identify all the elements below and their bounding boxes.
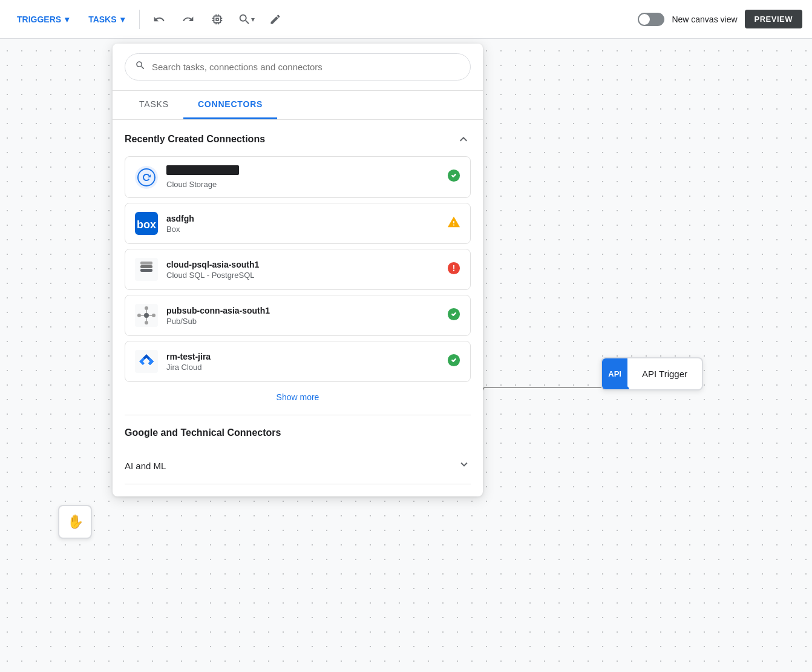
cloud-storage-icon (135, 166, 158, 189)
search-input[interactable] (152, 62, 460, 72)
hand-icon: ✋ (67, 514, 83, 530)
tabs-bar: TASKS CONNECTORS (113, 91, 483, 120)
google-technical-section: Google and Technical Connectors AI and M… (125, 427, 471, 484)
cloud-sql-icon (135, 258, 158, 281)
connection-item-jira[interactable]: rm-test-jira Jira Cloud (125, 341, 471, 382)
redo-button[interactable] (176, 7, 200, 31)
box-icon: box (135, 212, 158, 235)
network-button[interactable] (205, 7, 229, 31)
show-more[interactable]: Show more (125, 392, 471, 403)
search-input-wrapper[interactable] (125, 53, 471, 81)
jira-status (447, 354, 460, 370)
hand-tool-button[interactable]: ✋ (58, 505, 92, 539)
google-technical-title: Google and Technical Connectors (125, 427, 471, 438)
cloud-sql-type: Cloud SQL - PostgreSQL (166, 271, 439, 280)
tab-tasks[interactable]: TASKS (125, 91, 183, 119)
svg-point-14 (145, 321, 148, 324)
new-canvas-label: New canvas view (672, 15, 737, 24)
box-connection-name: asdfgh (166, 214, 439, 223)
connectors-panel: TASKS CONNECTORS Recently Created Connec… (113, 44, 483, 496)
jira-icon (135, 350, 158, 373)
pubsub-icon (135, 304, 158, 327)
api-trigger-node[interactable]: API API Trigger (601, 357, 703, 390)
cloud-storage-info: Cloud Storage (166, 165, 439, 189)
show-more-link[interactable]: Show more (277, 392, 319, 402)
pubsub-status (447, 308, 460, 324)
ai-ml-label: AI and ML (125, 461, 166, 471)
api-trigger-tab-label: API (602, 358, 627, 389)
recently-created-title: Recently Created Connections (125, 134, 265, 145)
pubsub-info: pubsub-conn-asia-south1 Pub/Sub (166, 306, 439, 326)
jira-type: Jira Cloud (166, 363, 439, 372)
edit-button[interactable] (263, 7, 287, 31)
connection-list: Cloud Storage box asdfgh Box (125, 156, 471, 382)
collapse-button[interactable] (456, 132, 471, 147)
triggers-button[interactable]: TRIGGERS ▾ (10, 11, 76, 28)
svg-point-13 (145, 306, 148, 310)
triggers-dropdown-icon: ▾ (65, 15, 69, 24)
connection-item-cloud-storage[interactable]: Cloud Storage (125, 156, 471, 198)
tasks-dropdown-icon: ▾ (120, 15, 125, 24)
jira-info: rm-test-jira Jira Cloud (166, 352, 439, 372)
toolbar: TRIGGERS ▾ TASKS ▾ ▾ New canvas view PRE… (0, 0, 812, 39)
triggers-label: TRIGGERS (17, 15, 61, 24)
canvas-view-toggle[interactable] (638, 13, 664, 26)
tab-connectors[interactable]: CONNECTORS (183, 91, 277, 119)
section-divider (125, 415, 471, 415)
zoom-dropdown-icon: ▾ (251, 15, 255, 24)
svg-rect-8 (140, 262, 152, 265)
svg-text:!: ! (453, 263, 456, 272)
box-info: asdfgh Box (166, 214, 439, 234)
pubsub-connection-name: pubsub-conn-asia-south1 (166, 306, 439, 315)
cloud-storage-name-redacted (166, 165, 239, 175)
pubsub-type: Pub/Sub (166, 317, 439, 326)
jira-connection-name: rm-test-jira (166, 352, 439, 361)
tasks-button[interactable]: TASKS ▾ (81, 11, 131, 28)
undo-button[interactable] (147, 7, 171, 31)
box-type: Box (166, 225, 439, 234)
ai-ml-category[interactable]: AI and ML (125, 448, 471, 484)
svg-text:box: box (137, 219, 156, 231)
tasks-label: TASKS (88, 15, 116, 24)
toolbar-divider-1 (139, 10, 140, 29)
recently-created-header: Recently Created Connections (125, 132, 471, 147)
svg-point-12 (144, 313, 149, 318)
cloud-storage-type: Cloud Storage (166, 180, 439, 189)
cloud-sql-status: ! (447, 262, 460, 278)
cloud-storage-status (447, 169, 460, 185)
svg-point-15 (137, 314, 141, 317)
toolbar-right: New canvas view PREVIEW (638, 10, 802, 28)
ai-ml-chevron-icon (457, 458, 471, 474)
zoom-button[interactable]: ▾ (234, 7, 258, 31)
search-bar (113, 44, 483, 91)
connection-item-cloud-sql[interactable]: cloud-psql-asia-south1 Cloud SQL - Postg… (125, 249, 471, 290)
panel-content: Recently Created Connections Clo (113, 120, 483, 496)
svg-rect-22 (135, 350, 158, 373)
api-trigger-text: API Trigger (627, 359, 702, 389)
connection-item-pubsub[interactable]: pubsub-conn-asia-south1 Pub/Sub (125, 295, 471, 336)
svg-rect-7 (140, 265, 152, 268)
svg-point-16 (152, 314, 156, 317)
cloud-sql-info: cloud-psql-asia-south1 Cloud SQL - Postg… (166, 260, 439, 280)
box-status (447, 216, 460, 232)
search-icon (135, 60, 146, 74)
preview-button[interactable]: PREVIEW (745, 10, 802, 28)
api-trigger-dot (621, 386, 629, 390)
svg-rect-6 (140, 269, 152, 272)
cloud-sql-connection-name: cloud-psql-asia-south1 (166, 260, 439, 269)
connection-item-box[interactable]: box asdfgh Box (125, 203, 471, 244)
